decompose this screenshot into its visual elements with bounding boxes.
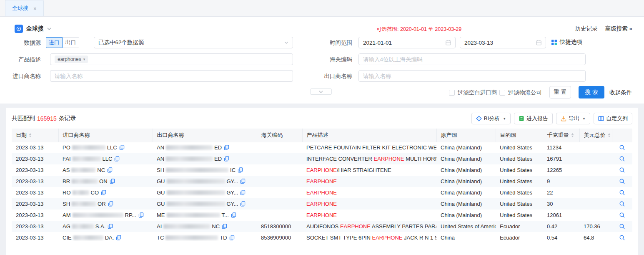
table-row[interactable]: 2023-03-13CIEDA.TCTD8536909000SOCKET SMT… [12,232,632,243]
bi-analysis-button[interactable]: BI分析 ▼ [471,113,511,124]
export-toggle-button[interactable]: 出口 [63,37,79,48]
importer-name-field[interactable] [50,70,293,82]
copy-icon[interactable] [240,201,246,207]
export-button[interactable]: 导出 ▼ [556,113,590,124]
filter-blank-importer-checkbox[interactable]: 过滤空白进口商 [449,89,497,96]
copy-icon[interactable] [119,145,125,150]
column-header[interactable]: 美元总价▲▼ [579,129,612,142]
row-detail-search-icon[interactable] [616,212,628,218]
table-row[interactable]: 2023-03-13ROCOGUGY...EARPHONEChina (Main… [12,187,632,198]
row-detail-search-icon[interactable] [616,189,628,196]
hs-code-field[interactable] [358,53,586,65]
copy-icon[interactable] [229,235,235,240]
sort-icon[interactable]: ▲▼ [29,133,32,138]
copy-icon[interactable] [238,167,243,173]
importer-name-input[interactable] [55,73,288,79]
copy-icon[interactable] [116,235,121,240]
filter-logistics-checkbox[interactable]: 过滤物流公司 [499,89,542,96]
row-detail-search-icon[interactable] [616,156,628,162]
table-row[interactable]: 2023-03-13SHORGUGY...EARPHONEChina (Main… [12,198,632,210]
module-title[interactable]: 全球搜 [15,25,51,33]
redacted-name-blur [73,213,123,217]
hs-code-input[interactable] [363,56,581,63]
copy-icon[interactable] [240,179,246,184]
customize-columns-button[interactable]: 自定义列 [594,113,632,124]
row-detail-search-icon[interactable] [616,167,628,173]
datasource-select[interactable]: 已选中62个数据源 [94,37,293,48]
copy-icon[interactable] [108,201,113,207]
copy-icon[interactable] [222,224,227,229]
cell-exporter: SHIC [153,164,257,176]
copy-icon[interactable] [107,167,113,173]
product-description-field[interactable]: earphones ▾ [50,53,293,65]
copy-icon[interactable] [110,179,115,184]
table-row[interactable]: 2023-03-13POLLCANEDPETCARE FOUNTAIN FILT… [12,142,632,153]
date-from-field[interactable] [358,37,456,48]
date-to-input[interactable] [464,40,536,46]
quick-options-button[interactable]: 快捷选项 [551,38,582,46]
cell-exporter: ANED [153,153,257,164]
redacted-name-blur [72,179,98,184]
table-body: 2023-03-13POLLCANEDPETCARE FOUNTAIN FILT… [12,142,632,243]
tab-close-icon[interactable]: × [33,5,37,12]
column-header: 海关编码 [257,129,302,142]
redacted-name-blur [166,168,228,172]
advanced-search-link[interactable]: 高级搜索 » [605,25,632,33]
sort-icon[interactable]: ▲▼ [571,133,574,138]
expand-more-conditions-button[interactable] [310,88,332,95]
search-button[interactable]: 搜 索 [579,86,604,98]
matched-count: 165915 [37,115,57,122]
column-header[interactable]: 日期▲▼ [12,129,58,142]
copy-icon[interactable] [224,145,229,150]
cell-origin-country: China (Mainland) [436,176,496,187]
table-row[interactable]: 2023-03-13AMRP...MET...EARPHONEChina (Ma… [12,210,632,221]
checkbox-box[interactable] [449,90,455,96]
cell-actions [612,164,632,176]
calendar-icon[interactable] [536,40,541,45]
date-from-input[interactable] [363,40,446,46]
cell-actions [612,153,632,164]
copy-icon[interactable] [138,212,144,218]
datasource-selected-value: 已选中62个数据源 [98,39,144,46]
tab-global-search[interactable]: 全球搜 × [5,0,44,16]
copy-icon[interactable] [101,190,106,195]
time-range-label: 时间范围 [311,39,352,47]
row-detail-search-icon[interactable] [616,235,628,241]
table-row[interactable]: 2023-03-13BRONGUGY...EARPHONEChina (Main… [12,176,632,187]
row-detail-search-icon[interactable] [616,223,628,230]
reset-button[interactable]: 重 置 [549,86,571,98]
collapse-conditions-link[interactable]: 收起条件 [609,89,632,96]
copy-icon[interactable] [240,190,246,195]
cell-destination-country: United States [496,164,543,176]
history-link[interactable]: 历史记录 [575,25,598,33]
row-detail-search-icon[interactable] [616,201,628,207]
copy-icon[interactable] [114,156,120,162]
redacted-name-blur [167,179,225,184]
cell-usd-value [579,176,612,187]
date-to-field[interactable] [460,37,546,48]
cell-exporter: AINC [153,221,257,232]
exporter-name-field[interactable] [358,70,586,82]
copy-icon[interactable] [231,212,236,218]
cell-exporter: ANED [153,142,257,153]
datasource-label: 数据源 [0,39,41,47]
exporter-name-input[interactable] [363,73,581,79]
bi-diamond-icon [476,116,482,121]
sort-icon[interactable]: ▲▼ [608,133,611,138]
table-row[interactable]: 2023-03-13ASNCSHICEARPHONE/HIAR STRAIGHT… [12,164,632,176]
enter-report-button[interactable]: 进入报告 [514,113,553,124]
import-toggle-button[interactable]: 进口 [46,37,63,48]
cell-actions [612,187,632,198]
column-header[interactable]: 千克重量▲▼ [543,129,579,142]
copy-icon[interactable] [108,224,113,229]
row-detail-search-icon[interactable] [616,144,628,151]
copy-icon[interactable] [224,156,229,162]
table-row[interactable]: 2023-03-13AGS.A.AINC8518300000AUDIFONOS … [12,221,632,232]
row-detail-search-icon[interactable] [616,178,628,184]
module-title-label: 全球搜 [26,25,44,33]
checkbox-box[interactable] [499,90,505,96]
redacted-name-blur [73,235,103,240]
calendar-icon[interactable] [446,40,451,45]
table-row[interactable]: 2023-03-13FAILLCANEDINTERFACE CONVERTER … [12,153,632,164]
product-keyword-tag[interactable]: earphones ▾ [55,56,88,63]
